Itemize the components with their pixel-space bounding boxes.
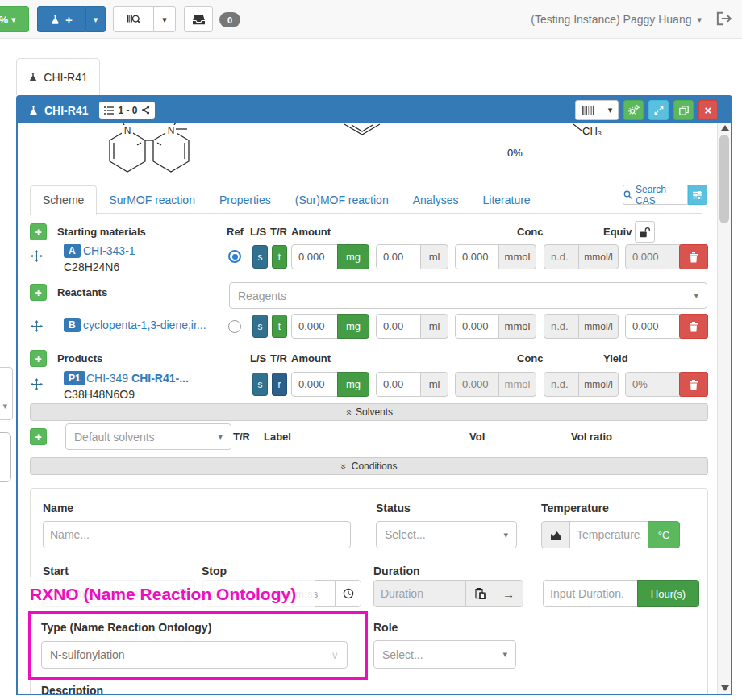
- add-reactant-button[interactable]: +: [30, 284, 47, 301]
- inbox-button[interactable]: [184, 6, 213, 32]
- temperature-label: Temperature: [541, 502, 609, 515]
- plus-icon: +: [35, 431, 41, 444]
- print-dropdown-toggle[interactable]: ▾: [602, 100, 619, 120]
- unit-mmol-addon[interactable]: mmol: [498, 244, 536, 269]
- solid-lock-button[interactable]: s: [252, 315, 268, 338]
- amount-mmol-input[interactable]: [455, 244, 499, 269]
- unit-ml-addon[interactable]: ml: [420, 372, 448, 397]
- solvents-collapse-bar[interactable]: » Solvents: [30, 403, 708, 421]
- create-dropdown-toggle[interactable]: ▾: [85, 6, 106, 32]
- panel-scrollbar[interactable]: [717, 123, 731, 694]
- tab-properties[interactable]: Properties: [207, 185, 283, 214]
- scrollbar-thumb[interactable]: [719, 135, 729, 223]
- unit-mg-addon[interactable]: mg: [337, 372, 369, 397]
- arrow-right-icon: →: [502, 587, 515, 601]
- drag-handle[interactable]: [31, 320, 43, 332]
- add-starting-material-button[interactable]: +: [30, 223, 47, 240]
- tab-analyses[interactable]: Analyses: [401, 185, 471, 214]
- amount-mg-input[interactable]: [291, 244, 338, 269]
- logout-button[interactable]: [715, 10, 732, 27]
- temperature-input[interactable]: [569, 521, 648, 548]
- print-barcode-button[interactable]: [575, 100, 602, 120]
- scan-dropdown-toggle[interactable]: ▾: [153, 6, 176, 32]
- reaction-panel: CHI-R41 1 - 0: [16, 95, 732, 695]
- scroll-up-arrow[interactable]: [721, 125, 729, 131]
- reactants-title: Reactants: [57, 286, 107, 298]
- reagents-select[interactable]: Reagents ▾: [229, 282, 707, 309]
- caret-down-icon: ▾: [697, 15, 702, 24]
- temperature-chart-button[interactable]: [541, 521, 570, 548]
- drag-handle[interactable]: [31, 250, 43, 262]
- equiv-lock-button[interactable]: [635, 221, 655, 243]
- amount-ml-input[interactable]: [376, 372, 421, 397]
- sample-label-link[interactable]: CHI-R41-...: [131, 372, 189, 385]
- copy-duration-button[interactable]: [465, 580, 494, 607]
- ref-lock-button[interactable]: r: [272, 373, 287, 396]
- sample-badge: B: [64, 318, 81, 332]
- unit-mg-addon[interactable]: mg: [337, 244, 369, 269]
- drag-handle[interactable]: [31, 378, 43, 390]
- amount-ml-group: ml: [376, 372, 449, 397]
- conc-group: mmol/l: [544, 372, 619, 397]
- tab-literature[interactable]: Literature: [471, 185, 543, 214]
- scheme-settings-button[interactable]: [688, 185, 707, 205]
- fullscreen-button[interactable]: [648, 100, 669, 120]
- tab-surmof2-reaction[interactable]: (Sur)MOF reaction: [283, 185, 401, 214]
- search-cas-button[interactable]: Search CAS: [623, 185, 688, 205]
- solid-lock-button[interactable]: s: [252, 373, 268, 396]
- target-lock-button[interactable]: t: [272, 245, 287, 269]
- role-placeholder: Select...: [382, 648, 423, 661]
- conditions-collapse-bar[interactable]: » Conditions: [30, 457, 708, 475]
- ref-radio[interactable]: [228, 250, 241, 263]
- caret-down-icon: ▾: [11, 15, 16, 24]
- delete-row-button[interactable]: [679, 314, 708, 339]
- delete-row-button[interactable]: [679, 244, 708, 269]
- unit-ml-addon[interactable]: ml: [420, 244, 448, 269]
- logout-icon: [715, 10, 732, 27]
- amount-ml-input[interactable]: [376, 244, 421, 269]
- duplicate-button[interactable]: [673, 100, 694, 120]
- unit-mmol-addon[interactable]: mmol: [498, 314, 536, 339]
- apply-duration-button[interactable]: →: [494, 580, 523, 607]
- unit-ml-addon[interactable]: ml: [420, 314, 448, 339]
- name-input[interactable]: [43, 521, 351, 548]
- amount-ml-input[interactable]: [376, 314, 421, 339]
- settings-button[interactable]: [623, 100, 644, 120]
- sample-link[interactable]: cyclopenta-1,3-diene;ir...: [83, 319, 206, 331]
- close-button[interactable]: ×: [698, 100, 718, 120]
- role-select[interactable]: Select... ▾: [373, 640, 516, 669]
- unit-mg-addon[interactable]: mg: [337, 314, 369, 339]
- duration-unit-button[interactable]: Hour(s): [637, 580, 699, 607]
- amount-mmol-group: mmol: [455, 314, 537, 339]
- stop-clock-button[interactable]: [335, 580, 361, 607]
- target-lock-button[interactable]: t: [272, 315, 287, 338]
- default-solvents-select[interactable]: Default solvents ▾: [65, 423, 231, 450]
- sample-link[interactable]: CHI-349: [86, 372, 128, 385]
- amount-mg-input[interactable]: [291, 314, 338, 339]
- user-menu[interactable]: (Testing Instance) Paggy Huang ▾: [419, 0, 702, 39]
- tab-surmof-reaction[interactable]: SurMOF reaction: [97, 185, 207, 214]
- temperature-unit-button[interactable]: °C: [648, 521, 680, 548]
- default-solvents-placeholder: Default solvents: [74, 431, 155, 444]
- amount-mg-input[interactable]: [291, 372, 338, 397]
- area-chart-icon: [550, 530, 562, 540]
- amount-mmol-input[interactable]: [455, 314, 499, 339]
- sample-link[interactable]: CHI-343-1: [83, 244, 135, 257]
- delete-row-button[interactable]: [679, 372, 708, 397]
- solid-lock-button[interactable]: s: [252, 245, 268, 269]
- tab-scheme[interactable]: Scheme: [30, 185, 97, 215]
- input-duration-field[interactable]: [543, 580, 638, 607]
- reaction-scheme-canvas[interactable]: N N 0% CH₃: [18, 123, 715, 181]
- scroll-down-arrow[interactable]: [721, 685, 729, 691]
- create-sample-button[interactable]: +: [37, 6, 85, 32]
- add-product-button[interactable]: +: [30, 350, 47, 367]
- scheme-yield-button[interactable]: % ▾: [0, 6, 29, 32]
- tab-chi-r41[interactable]: CHI-R41: [16, 58, 100, 95]
- status-select[interactable]: Select... ▾: [376, 521, 517, 548]
- create-sample-split-button: + ▾: [37, 6, 106, 32]
- barcode-scan-button[interactable]: [113, 6, 154, 32]
- panel-header[interactable]: CHI-R41 1 - 0: [18, 97, 731, 123]
- ref-radio[interactable]: [228, 320, 241, 333]
- starting-materials-title: Starting materials: [57, 226, 146, 238]
- add-solvent-button[interactable]: +: [30, 428, 47, 445]
